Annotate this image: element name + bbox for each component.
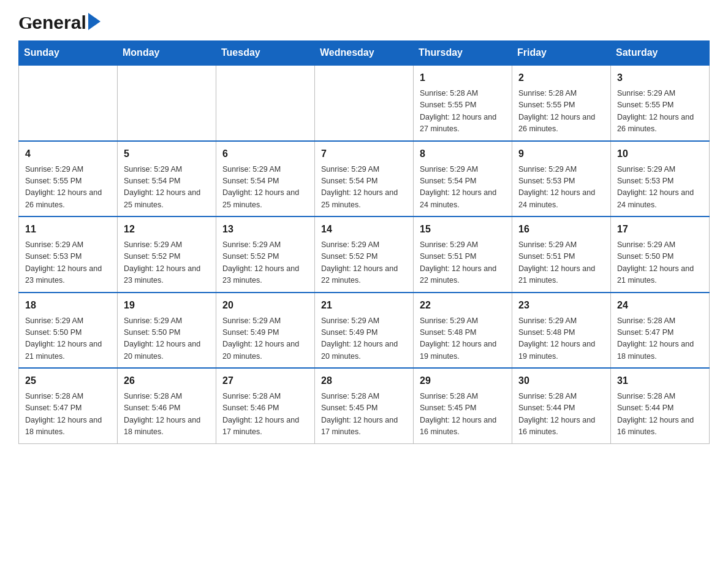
day-info: Sunrise: 5:29 AM Sunset: 5:50 PM Dayligh… — [617, 239, 703, 287]
day-number: 31 — [617, 373, 703, 388]
day-info: Sunrise: 5:28 AM Sunset: 5:44 PM Dayligh… — [518, 391, 604, 439]
day-number: 13 — [222, 222, 308, 237]
day-info: Sunrise: 5:29 AM Sunset: 5:49 PM Dayligh… — [222, 315, 308, 363]
calendar-cell: 9Sunrise: 5:29 AM Sunset: 5:53 PM Daylig… — [512, 141, 611, 217]
day-info: Sunrise: 5:29 AM Sunset: 5:52 PM Dayligh… — [321, 239, 407, 287]
calendar-cell: 31Sunrise: 5:28 AM Sunset: 5:44 PM Dayli… — [611, 368, 710, 443]
day-number: 19 — [124, 298, 210, 313]
day-number: 24 — [617, 298, 703, 313]
calendar-cell: 5Sunrise: 5:29 AM Sunset: 5:54 PM Daylig… — [118, 141, 216, 217]
day-number: 9 — [518, 147, 604, 161]
calendar-cell: 24Sunrise: 5:28 AM Sunset: 5:47 PM Dayli… — [611, 293, 710, 369]
day-info: Sunrise: 5:28 AM Sunset: 5:46 PM Dayligh… — [124, 391, 210, 439]
week-row-4: 18Sunrise: 5:29 AM Sunset: 5:50 PM Dayli… — [19, 293, 710, 369]
day-info: Sunrise: 5:29 AM Sunset: 5:51 PM Dayligh… — [518, 239, 604, 287]
weekday-header-monday: Monday — [118, 41, 216, 66]
calendar-cell: 14Sunrise: 5:29 AM Sunset: 5:52 PM Dayli… — [315, 216, 414, 293]
day-number: 18 — [25, 298, 111, 313]
day-info: Sunrise: 5:29 AM Sunset: 5:53 PM Dayligh… — [617, 164, 703, 212]
day-number: 27 — [222, 373, 308, 388]
day-info: Sunrise: 5:29 AM Sunset: 5:54 PM Dayligh… — [321, 164, 407, 212]
day-number: 10 — [617, 147, 703, 161]
calendar-cell: 15Sunrise: 5:29 AM Sunset: 5:51 PM Dayli… — [414, 216, 512, 293]
logo-eneral: eneral — [32, 12, 86, 33]
day-info: Sunrise: 5:28 AM Sunset: 5:44 PM Dayligh… — [617, 391, 703, 439]
calendar-cell: 17Sunrise: 5:29 AM Sunset: 5:50 PM Dayli… — [611, 216, 710, 293]
day-info: Sunrise: 5:29 AM Sunset: 5:54 PM Dayligh… — [124, 164, 210, 212]
day-number: 6 — [222, 147, 308, 161]
calendar-cell: 12Sunrise: 5:29 AM Sunset: 5:52 PM Dayli… — [118, 216, 216, 293]
day-info: Sunrise: 5:29 AM Sunset: 5:53 PM Dayligh… — [518, 164, 604, 212]
day-number: 7 — [321, 147, 407, 161]
calendar-cell: 21Sunrise: 5:29 AM Sunset: 5:49 PM Dayli… — [315, 293, 414, 369]
day-info: Sunrise: 5:29 AM Sunset: 5:50 PM Dayligh… — [25, 315, 111, 363]
day-number: 22 — [420, 298, 506, 313]
day-number: 15 — [420, 222, 506, 237]
weekday-header-saturday: Saturday — [611, 41, 710, 66]
day-info: Sunrise: 5:29 AM Sunset: 5:55 PM Dayligh… — [25, 164, 111, 212]
page-header: G eneral — [18, 12, 710, 29]
calendar-cell: 6Sunrise: 5:29 AM Sunset: 5:54 PM Daylig… — [216, 141, 315, 217]
day-number: 17 — [617, 222, 703, 237]
calendar-cell — [315, 65, 414, 141]
calendar-cell: 4Sunrise: 5:29 AM Sunset: 5:55 PM Daylig… — [19, 141, 118, 217]
week-row-3: 11Sunrise: 5:29 AM Sunset: 5:53 PM Dayli… — [19, 216, 710, 293]
calendar-cell: 28Sunrise: 5:28 AM Sunset: 5:45 PM Dayli… — [315, 368, 414, 443]
calendar-cell: 19Sunrise: 5:29 AM Sunset: 5:50 PM Dayli… — [118, 293, 216, 369]
weekday-header-row: SundayMondayTuesdayWednesdayThursdayFrid… — [19, 41, 710, 66]
day-info: Sunrise: 5:29 AM Sunset: 5:48 PM Dayligh… — [518, 315, 604, 363]
weekday-header-friday: Friday — [512, 41, 611, 66]
calendar-cell: 22Sunrise: 5:29 AM Sunset: 5:48 PM Dayli… — [414, 293, 512, 369]
day-number: 28 — [321, 373, 407, 388]
calendar-cell: 16Sunrise: 5:29 AM Sunset: 5:51 PM Dayli… — [512, 216, 611, 293]
calendar-cell: 27Sunrise: 5:28 AM Sunset: 5:46 PM Dayli… — [216, 368, 315, 443]
calendar-cell: 25Sunrise: 5:28 AM Sunset: 5:47 PM Dayli… — [19, 368, 118, 443]
calendar-cell: 23Sunrise: 5:29 AM Sunset: 5:48 PM Dayli… — [512, 293, 611, 369]
day-info: Sunrise: 5:29 AM Sunset: 5:54 PM Dayligh… — [222, 164, 308, 212]
calendar-cell: 20Sunrise: 5:29 AM Sunset: 5:49 PM Dayli… — [216, 293, 315, 369]
weekday-header-tuesday: Tuesday — [216, 41, 315, 66]
day-info: Sunrise: 5:29 AM Sunset: 5:49 PM Dayligh… — [321, 315, 407, 363]
weekday-header-sunday: Sunday — [19, 41, 118, 66]
day-info: Sunrise: 5:29 AM Sunset: 5:52 PM Dayligh… — [222, 239, 308, 287]
calendar-cell: 26Sunrise: 5:28 AM Sunset: 5:46 PM Dayli… — [118, 368, 216, 443]
day-number: 30 — [518, 373, 604, 388]
day-number: 8 — [420, 147, 506, 161]
calendar-cell — [19, 65, 118, 141]
day-info: Sunrise: 5:28 AM Sunset: 5:47 PM Dayligh… — [25, 391, 111, 439]
calendar-cell: 11Sunrise: 5:29 AM Sunset: 5:53 PM Dayli… — [19, 216, 118, 293]
calendar-cell: 29Sunrise: 5:28 AM Sunset: 5:45 PM Dayli… — [414, 368, 512, 443]
logo-arrow-icon — [88, 13, 100, 30]
day-number: 5 — [124, 147, 210, 161]
day-info: Sunrise: 5:29 AM Sunset: 5:52 PM Dayligh… — [124, 239, 210, 287]
day-number: 29 — [420, 373, 506, 388]
day-info: Sunrise: 5:29 AM Sunset: 5:53 PM Dayligh… — [25, 239, 111, 287]
calendar-cell: 8Sunrise: 5:29 AM Sunset: 5:54 PM Daylig… — [414, 141, 512, 217]
day-info: Sunrise: 5:28 AM Sunset: 5:46 PM Dayligh… — [222, 391, 308, 439]
day-number: 11 — [25, 222, 111, 237]
calendar-cell: 1Sunrise: 5:28 AM Sunset: 5:55 PM Daylig… — [414, 65, 512, 141]
day-number: 12 — [124, 222, 210, 237]
logo-g-letter: G — [18, 12, 32, 33]
day-number: 23 — [518, 298, 604, 313]
week-row-5: 25Sunrise: 5:28 AM Sunset: 5:47 PM Dayli… — [19, 368, 710, 443]
week-row-1: 1Sunrise: 5:28 AM Sunset: 5:55 PM Daylig… — [19, 65, 710, 141]
week-row-2: 4Sunrise: 5:29 AM Sunset: 5:55 PM Daylig… — [19, 141, 710, 217]
logo: G eneral — [18, 12, 100, 29]
day-number: 26 — [124, 373, 210, 388]
day-number: 14 — [321, 222, 407, 237]
day-info: Sunrise: 5:28 AM Sunset: 5:45 PM Dayligh… — [321, 391, 407, 439]
day-info: Sunrise: 5:29 AM Sunset: 5:54 PM Dayligh… — [420, 164, 506, 212]
calendar-cell — [118, 65, 216, 141]
day-info: Sunrise: 5:28 AM Sunset: 5:55 PM Dayligh… — [420, 88, 506, 136]
day-info: Sunrise: 5:29 AM Sunset: 5:50 PM Dayligh… — [124, 315, 210, 363]
day-info: Sunrise: 5:28 AM Sunset: 5:47 PM Dayligh… — [617, 315, 703, 363]
calendar-cell: 10Sunrise: 5:29 AM Sunset: 5:53 PM Dayli… — [611, 141, 710, 217]
day-number: 4 — [25, 147, 111, 161]
day-number: 20 — [222, 298, 308, 313]
calendar-cell: 18Sunrise: 5:29 AM Sunset: 5:50 PM Dayli… — [19, 293, 118, 369]
calendar-cell: 7Sunrise: 5:29 AM Sunset: 5:54 PM Daylig… — [315, 141, 414, 217]
day-number: 21 — [321, 298, 407, 313]
calendar-cell: 3Sunrise: 5:29 AM Sunset: 5:55 PM Daylig… — [611, 65, 710, 141]
day-number: 16 — [518, 222, 604, 237]
